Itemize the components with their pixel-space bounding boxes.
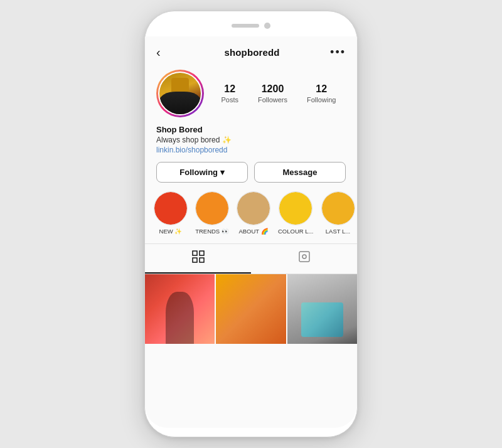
grid-cell-3[interactable] — [287, 274, 357, 344]
grid-photo-3 — [287, 274, 357, 344]
tab-bar — [145, 243, 357, 274]
grid-icon — [192, 250, 205, 266]
avatar-ring[interactable] — [156, 70, 204, 117]
tab-grid[interactable] — [145, 244, 251, 274]
action-buttons: Following ▾ Message — [145, 162, 357, 191]
phone-screen: ‹ shopboredd ••• 12 Posts 1200 Followers — [145, 36, 357, 428]
svg-rect-1 — [200, 251, 204, 255]
avatar-inner — [158, 72, 202, 115]
following-button[interactable]: Following ▾ — [156, 162, 248, 183]
svg-rect-0 — [193, 251, 197, 255]
highlight-colour[interactable]: COLOUR L... — [278, 191, 314, 235]
highlight-label-colour: COLOUR L... — [278, 228, 314, 235]
followers-label: Followers — [258, 96, 287, 104]
message-button[interactable]: Message — [254, 162, 346, 183]
grid-photo-1 — [145, 274, 215, 344]
following-count: 12 — [316, 83, 327, 95]
highlight-circle-trends — [195, 191, 229, 225]
following-stat[interactable]: 12 Following — [307, 83, 336, 104]
tagged-icon — [298, 250, 311, 266]
highlight-label-trends: TRENDS 👀 — [195, 228, 229, 235]
phone-pill — [232, 24, 259, 28]
svg-rect-2 — [193, 258, 197, 262]
svg-point-5 — [302, 255, 306, 259]
bio-link[interactable]: linkin.bio/shopboredd — [156, 146, 346, 154]
highlight-about[interactable]: ABOUT 🌈 — [237, 191, 270, 235]
highlight-circle-new — [154, 191, 188, 225]
bio-section: Shop Bored Always shop bored ✨ linkin.bi… — [145, 125, 357, 162]
following-label: Following — [307, 96, 336, 104]
followers-count: 1200 — [262, 83, 284, 95]
bio-tagline: Always shop bored ✨ — [156, 136, 346, 144]
grid-photo-2 — [216, 274, 286, 344]
back-button[interactable]: ‹ — [156, 45, 174, 60]
profile-username: shopboredd — [224, 47, 279, 58]
posts-label: Posts — [221, 96, 238, 104]
highlight-label-new: NEW ✨ — [159, 228, 183, 235]
highlight-circle-colour — [279, 191, 312, 225]
posts-count: 12 — [224, 83, 235, 95]
highlight-new[interactable]: NEW ✨ — [154, 191, 188, 235]
svg-rect-4 — [299, 252, 309, 262]
photo-grid — [145, 274, 357, 428]
highlight-label-last: LAST L... — [326, 228, 350, 235]
highlight-trends[interactable]: TRENDS 👀 — [195, 191, 229, 235]
highlight-label-about: ABOUT 🌈 — [238, 228, 268, 235]
grid-cell-2[interactable] — [216, 274, 286, 344]
phone-mockup: ‹ shopboredd ••• 12 Posts 1200 Followers — [144, 11, 358, 437]
more-options-button[interactable]: ••• — [330, 46, 346, 59]
highlight-circle-about — [237, 191, 270, 225]
profile-header: ‹ shopboredd ••• — [145, 36, 357, 66]
phone-dot — [264, 23, 270, 29]
tab-tagged[interactable] — [251, 244, 357, 274]
phone-notch — [145, 23, 357, 36]
stats-row: 12 Posts 1200 Followers 12 Following — [211, 83, 346, 104]
bio-name: Shop Bored — [156, 125, 346, 134]
avatar — [159, 73, 201, 114]
profile-info-row: 12 Posts 1200 Followers 12 Following — [145, 66, 357, 125]
svg-rect-3 — [200, 258, 204, 262]
highlight-last[interactable]: LAST L... — [321, 191, 355, 235]
highlights-row: NEW ✨ TRENDS 👀 ABOUT 🌈 COLOUR L... — [145, 191, 357, 243]
highlight-circle-last — [321, 191, 355, 225]
followers-stat[interactable]: 1200 Followers — [258, 83, 287, 104]
posts-stat[interactable]: 12 Posts — [221, 83, 238, 104]
grid-cell-1[interactable] — [145, 274, 215, 344]
